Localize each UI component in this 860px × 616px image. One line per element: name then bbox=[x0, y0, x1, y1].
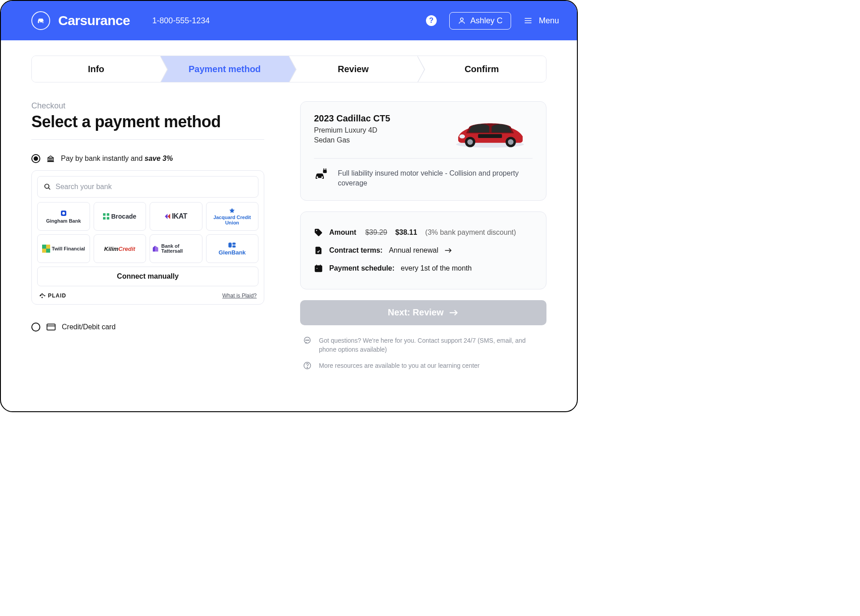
svg-rect-25 bbox=[232, 245, 236, 247]
bank-tile-ikat[interactable]: IKAT bbox=[150, 202, 202, 231]
svg-rect-26 bbox=[47, 324, 55, 330]
checkout-eyebrow: Checkout bbox=[31, 101, 264, 111]
svg-rect-16 bbox=[107, 217, 110, 220]
svg-rect-20 bbox=[46, 245, 50, 249]
bank-selector-box: Gingham Bank Brocade IKAT bbox=[31, 170, 264, 305]
coverage-text: Full liability insured motor vehicle - C… bbox=[338, 168, 533, 189]
bank-tile-twill[interactable]: Twill Financial bbox=[37, 234, 90, 263]
bank-tile-jacquard[interactable]: Jacquard Credit Union bbox=[206, 202, 259, 231]
bank-option-save: save 3% bbox=[145, 155, 173, 162]
bank-tile-glenbank[interactable]: GlenBank bbox=[206, 234, 259, 263]
svg-rect-13 bbox=[103, 213, 106, 216]
svg-point-0 bbox=[460, 18, 463, 21]
svg-rect-24 bbox=[232, 242, 236, 245]
page-title: Select a payment method bbox=[31, 112, 264, 140]
tag-icon bbox=[314, 228, 323, 237]
plaid-icon bbox=[39, 293, 45, 299]
bank-tile-brocade[interactable]: Brocade bbox=[94, 202, 146, 231]
brand-name: Carsurance bbox=[58, 13, 130, 28]
credit-card-option[interactable]: Credit/Debit card bbox=[31, 323, 264, 332]
vehicle-trim: Premium Luxury 4D bbox=[314, 125, 390, 135]
vehicle-body: Sedan Gas bbox=[314, 135, 390, 145]
header-right: ? Ashley C Menu bbox=[426, 12, 559, 30]
svg-point-33 bbox=[508, 139, 513, 145]
what-is-plaid-link[interactable]: What is Plaid? bbox=[222, 293, 257, 299]
svg-marker-17 bbox=[165, 214, 168, 219]
bank-tile-kilim[interactable]: KilimCredit bbox=[94, 234, 146, 263]
amount-discounted: $38.11 bbox=[395, 228, 417, 237]
schedule-value: every 1st of the month bbox=[401, 264, 472, 272]
svg-point-12 bbox=[62, 212, 65, 215]
svg-point-36 bbox=[322, 177, 323, 178]
main-content: Checkout Select a payment method Pay by … bbox=[1, 82, 577, 370]
resources-text: More resources are available to you at o… bbox=[319, 361, 480, 370]
menu-label: Menu bbox=[539, 16, 559, 26]
svg-point-35 bbox=[317, 177, 318, 178]
radio-card-unselected[interactable] bbox=[31, 323, 40, 332]
support-phone[interactable]: 1-800-555-1234 bbox=[152, 16, 210, 26]
arrow-right-icon bbox=[444, 247, 452, 254]
amount-row: Amount $39.29 $38.11 (3% bank payment di… bbox=[314, 224, 533, 241]
bank-grid: Gingham Bank Brocade IKAT bbox=[37, 202, 258, 263]
user-icon bbox=[458, 17, 466, 25]
step-review[interactable]: Review bbox=[289, 56, 417, 82]
bank-option-text: Pay by bank instantly and bbox=[61, 155, 145, 162]
svg-line-10 bbox=[48, 188, 50, 190]
search-icon bbox=[44, 183, 51, 190]
pay-by-bank-option[interactable]: Pay by bank instantly and save 3% bbox=[31, 154, 264, 163]
svg-rect-21 bbox=[42, 249, 46, 253]
amount-note: (3% bank payment discount) bbox=[425, 228, 516, 237]
bank-icon bbox=[47, 155, 55, 163]
bank-search[interactable] bbox=[37, 176, 258, 198]
brand-car-icon bbox=[31, 11, 50, 30]
hamburger-icon bbox=[524, 16, 533, 25]
connect-manually-button[interactable]: Connect manually bbox=[37, 267, 258, 286]
next-review-button[interactable]: Next: Review bbox=[300, 300, 546, 325]
step-info[interactable]: Info bbox=[32, 56, 160, 82]
svg-point-45 bbox=[305, 340, 306, 340]
user-name: Ashley C bbox=[470, 16, 503, 26]
svg-rect-23 bbox=[228, 242, 232, 247]
plaid-row: PLAID What is Plaid? bbox=[37, 293, 258, 299]
menu-button[interactable]: Menu bbox=[524, 16, 559, 26]
vehicle-card: 2023 Cadillac CT5 Premium Luxury 4D Seda… bbox=[300, 101, 546, 201]
arrow-right-icon bbox=[449, 309, 459, 317]
chat-icon bbox=[303, 336, 311, 345]
svg-point-34 bbox=[460, 134, 465, 138]
step-confirm[interactable]: Confirm bbox=[417, 56, 546, 82]
svg-rect-37 bbox=[323, 170, 327, 173]
svg-rect-29 bbox=[478, 134, 502, 138]
vehicle-title: 2023 Cadillac CT5 bbox=[314, 113, 390, 124]
brand[interactable]: Carsurance bbox=[31, 11, 130, 30]
app-window: Carsurance 1-800-555-1234 ? Ashley C Men… bbox=[0, 0, 578, 412]
user-account-button[interactable]: Ashley C bbox=[449, 12, 511, 30]
pricing-card: Amount $39.29 $38.11 (3% bank payment di… bbox=[300, 211, 546, 289]
svg-rect-40 bbox=[316, 267, 318, 269]
plaid-logo: PLAID bbox=[39, 293, 66, 299]
terms-value: Annual renewal bbox=[389, 246, 438, 254]
payment-column: Checkout Select a payment method Pay by … bbox=[31, 101, 264, 370]
bank-tile-gingham[interactable]: Gingham Bank bbox=[37, 202, 90, 231]
help-icon[interactable]: ? bbox=[426, 15, 437, 26]
card-icon bbox=[47, 323, 56, 331]
summary-column: 2023 Cadillac CT5 Premium Luxury 4D Seda… bbox=[300, 101, 546, 370]
document-check-icon bbox=[314, 246, 323, 255]
bank-search-input[interactable] bbox=[56, 183, 252, 191]
svg-point-31 bbox=[467, 139, 473, 145]
amount-original: $39.29 bbox=[365, 228, 387, 237]
svg-point-47 bbox=[308, 340, 309, 340]
radio-bank-selected[interactable] bbox=[31, 154, 40, 163]
header-bar: Carsurance 1-800-555-1234 ? Ashley C Men… bbox=[1, 1, 577, 40]
svg-rect-22 bbox=[46, 249, 50, 253]
svg-point-9 bbox=[45, 184, 49, 188]
step-payment-method[interactable]: Payment method bbox=[160, 56, 289, 82]
svg-rect-14 bbox=[107, 213, 110, 216]
terms-row: Contract terms: Annual renewal bbox=[314, 241, 533, 259]
bank-tile-tattersall[interactable]: Bank of Tattersall bbox=[150, 234, 202, 263]
svg-marker-18 bbox=[168, 214, 170, 219]
help-circle-icon bbox=[303, 362, 311, 370]
support-info: Got questions? We're here for you. Conta… bbox=[300, 336, 546, 354]
resources-info: More resources are available to you at o… bbox=[300, 361, 546, 370]
schedule-row: Payment schedule: every 1st of the month bbox=[314, 259, 533, 277]
car-illustration bbox=[447, 113, 533, 149]
